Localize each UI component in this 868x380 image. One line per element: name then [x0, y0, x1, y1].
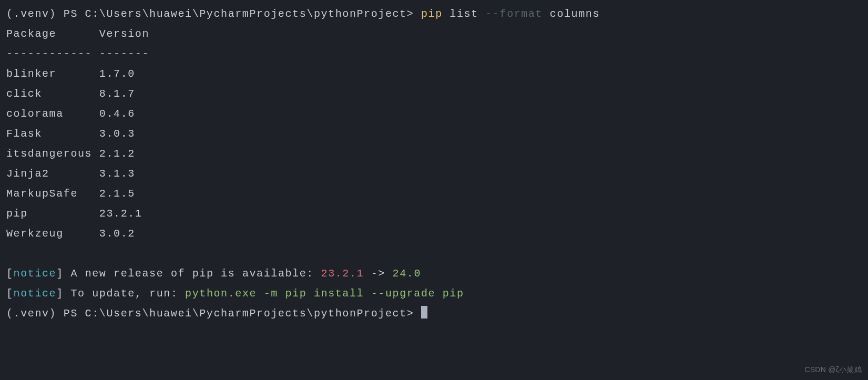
- table-row: blinker 1.7.0: [6, 64, 862, 84]
- arrow: ->: [364, 268, 392, 280]
- package-name: MarkupSafe: [6, 188, 92, 200]
- table-row: click 8.1.7: [6, 84, 862, 104]
- bracket-open: [: [6, 287, 14, 300]
- update-command: python.exe -m pip install --upgrade pip: [185, 287, 464, 300]
- terminal-output[interactable]: (.venv) PS C:\Users\huawei\PycharmProjec…: [6, 4, 862, 324]
- cursor-icon: [421, 306, 427, 319]
- package-name: Flask: [6, 128, 92, 140]
- cmd-pip: pip: [421, 8, 443, 20]
- cmd-flag: --format: [485, 8, 543, 20]
- prompt-text: (.venv) PS C:\Users\huawei\PycharmProjec…: [6, 8, 421, 20]
- table-row: Werkzeug 3.0.2: [6, 224, 862, 244]
- package-version: 2.1.5: [92, 188, 135, 200]
- package-name: Jinja2: [6, 168, 92, 180]
- table-row: itsdangerous 2.1.2: [6, 144, 862, 164]
- package-version: 8.1.7: [92, 88, 135, 100]
- package-name: blinker: [6, 68, 92, 80]
- notice-label: notice: [14, 268, 57, 280]
- notice-line-2: [notice] To update, run: python.exe -m p…: [6, 284, 862, 304]
- notice-label: notice: [14, 287, 57, 300]
- table-row: pip 23.2.1: [6, 204, 862, 224]
- table-header: Package Version: [6, 24, 862, 44]
- package-version: 3.0.3: [92, 128, 135, 140]
- command-line-2: (.venv) PS C:\Users\huawei\PycharmProjec…: [6, 304, 862, 324]
- package-version: 3.1.3: [92, 168, 135, 180]
- package-name: pip: [6, 208, 92, 220]
- package-version: 23.2.1: [92, 208, 142, 220]
- table-row: Flask 3.0.3: [6, 124, 862, 144]
- package-name: itsdangerous: [6, 148, 92, 160]
- notice-msg: A new release of pip is available:: [70, 268, 321, 280]
- package-version: 0.4.6: [92, 108, 135, 120]
- blank-line: [6, 244, 862, 264]
- package-version: 1.7.0: [92, 68, 135, 80]
- new-version: 24.0: [393, 268, 421, 280]
- cmd-list: list: [443, 8, 486, 20]
- header-package: Package: [6, 28, 92, 40]
- watermark-text: CSDN @ζ小菜鸡: [804, 363, 862, 377]
- old-version: 23.2.1: [321, 268, 364, 280]
- package-version: 3.0.2: [92, 228, 135, 240]
- table-row: Jinja2 3.1.3: [6, 164, 862, 184]
- table-row: colorama 0.4.6: [6, 104, 862, 124]
- notice-line-1: [notice] A new release of pip is availab…: [6, 264, 862, 284]
- table-row: MarkupSafe 2.1.5: [6, 184, 862, 204]
- prompt-text: (.venv) PS C:\Users\huawei\PycharmProjec…: [6, 307, 421, 320]
- bracket-close: ]: [56, 268, 70, 280]
- package-name: Werkzeug: [6, 228, 92, 240]
- notice-msg: To update, run:: [70, 287, 185, 300]
- package-version: 2.1.2: [92, 148, 135, 160]
- bracket-close: ]: [56, 287, 70, 300]
- cmd-arg: columns: [543, 8, 600, 20]
- bracket-open: [: [6, 268, 14, 280]
- command-line-1: (.venv) PS C:\Users\huawei\PycharmProjec…: [6, 4, 862, 24]
- package-name: colorama: [6, 108, 92, 120]
- table-divider: ------------ -------: [6, 44, 862, 64]
- header-version: Version: [92, 28, 149, 40]
- package-name: click: [6, 88, 92, 100]
